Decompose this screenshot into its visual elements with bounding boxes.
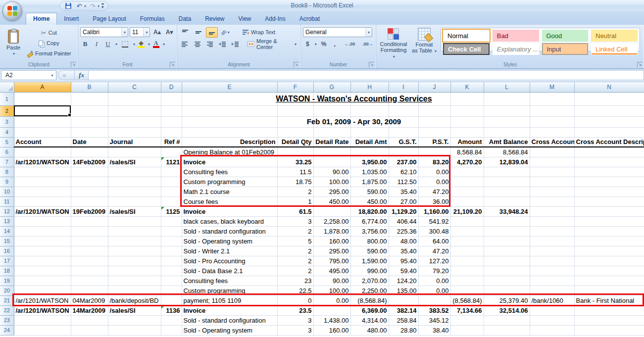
row-header-13[interactable]: 13 — [0, 216, 14, 226]
cell-K2[interactable] — [450, 105, 484, 116]
cell-E22[interactable]: Invoice — [182, 305, 277, 315]
cell-J1[interactable] — [418, 92, 450, 105]
cell-G1[interactable] — [313, 92, 350, 105]
row-header-6[interactable]: 6 — [0, 147, 14, 157]
cell-K6[interactable]: 8,568.84 — [450, 147, 484, 157]
cell-C21[interactable]: /bank/deposit/BD — [108, 295, 161, 305]
cell-style-neutral[interactable]: Neutral — [591, 30, 638, 42]
cell-L8[interactable] — [484, 167, 530, 177]
cell-K14[interactable] — [450, 226, 484, 236]
cell-D7[interactable]: 1121 — [161, 157, 182, 167]
cell-F8[interactable]: 11.5 — [277, 167, 313, 177]
cell-K7[interactable]: 4,270.20 — [450, 157, 484, 167]
cell-C6[interactable] — [108, 147, 161, 157]
cell-style-explanatory-[interactable]: Explanatory ... — [493, 43, 539, 55]
cell-J19[interactable]: 0.00 — [418, 276, 450, 286]
cell-F23[interactable]: 3 — [277, 315, 313, 325]
comma-style-button[interactable]: , — [331, 39, 338, 49]
cell-H17[interactable]: 1,590.00 — [350, 256, 389, 266]
cell-I24[interactable]: 28.80 — [389, 325, 418, 335]
cell-N21[interactable]: Bank - First National — [574, 295, 644, 305]
cell-J20[interactable]: 0.00 — [418, 286, 450, 295]
tab-formulas[interactable]: Formulas — [133, 13, 172, 25]
decrease-indent-button[interactable] — [217, 39, 228, 49]
cell-C18[interactable] — [108, 266, 161, 276]
cell-K20[interactable] — [450, 286, 484, 295]
cell-N2[interactable] — [574, 105, 644, 116]
cell-D10[interactable] — [161, 187, 182, 196]
cell-G20[interactable]: 100.00 — [313, 286, 350, 295]
column-header-D[interactable]: D — [161, 82, 182, 92]
underline-button[interactable]: U — [103, 39, 113, 49]
cell-E23[interactable]: Sold - standard configuration — [182, 315, 277, 325]
cell-E11[interactable]: Course fees — [182, 196, 277, 206]
cell-F9[interactable]: 18.75 — [277, 177, 313, 187]
cell-B8[interactable] — [71, 167, 108, 177]
column-header-N[interactable]: N — [574, 82, 644, 92]
cell-B7[interactable]: 14Feb2009 — [71, 157, 108, 167]
cell-I9[interactable]: 112.50 — [389, 177, 418, 187]
cell-K9[interactable] — [450, 177, 484, 187]
cell-M22[interactable] — [530, 305, 574, 315]
cell-D22[interactable]: 1136 — [161, 305, 182, 315]
cell-E3[interactable] — [182, 116, 277, 127]
cell-B14[interactable] — [71, 226, 108, 236]
row-header-18[interactable]: 18 — [0, 266, 14, 276]
cell-H12[interactable]: 18,820.00 — [350, 206, 389, 216]
cell-M13[interactable] — [530, 216, 574, 226]
cell-J3[interactable] — [418, 116, 450, 127]
cell-K3[interactable] — [450, 116, 484, 127]
cell-F22[interactable]: 23.5 — [277, 305, 313, 315]
row-header-9[interactable]: 9 — [0, 177, 14, 187]
row-header-15[interactable]: 15 — [0, 236, 14, 246]
cell-M19[interactable] — [530, 276, 574, 286]
cell-M5[interactable]: Cross Account — [530, 137, 574, 147]
cell-M17[interactable] — [530, 256, 574, 266]
cell-L15[interactable] — [484, 236, 530, 246]
tab-page-layout[interactable]: Page Layout — [86, 13, 133, 25]
cell-H22[interactable]: 6,369.00 — [350, 305, 389, 315]
cell-E18[interactable]: Sold - Data Base 2.1 — [182, 266, 277, 276]
cell-K23[interactable] — [450, 315, 484, 325]
cell-B22[interactable]: 14Mar2009 — [71, 305, 108, 315]
decrease-decimal-button[interactable]: .00→ — [359, 39, 376, 49]
cell-A3[interactable] — [14, 116, 71, 127]
cell-N20[interactable] — [574, 286, 644, 295]
cell-B23[interactable] — [71, 315, 108, 325]
cell-H3[interactable] — [350, 116, 389, 127]
cell-M12[interactable] — [530, 206, 574, 216]
cell-J24[interactable]: 38.40 — [418, 325, 450, 335]
cell-D16[interactable] — [161, 246, 182, 256]
cell-I16[interactable]: 35.40 — [389, 246, 418, 256]
cell-N1[interactable] — [574, 92, 644, 105]
cell-N16[interactable] — [574, 246, 644, 256]
cell-K22[interactable]: 7,134.66 — [450, 305, 484, 315]
cell-C5[interactable]: Journal — [108, 137, 161, 147]
cell-L16[interactable] — [484, 246, 530, 256]
cell-H19[interactable]: 2,070.00 — [350, 276, 389, 286]
cell-K15[interactable] — [450, 236, 484, 246]
cell-I11[interactable]: 27.00 — [389, 196, 418, 206]
wrap-text-button[interactable]: Wrap Text — [240, 27, 277, 38]
cell-G7[interactable] — [313, 157, 350, 167]
name-box[interactable]: A2 ▾ — [1, 70, 56, 80]
cell-B10[interactable] — [71, 187, 108, 196]
cell-N14[interactable] — [574, 226, 644, 236]
column-header-L[interactable]: L — [484, 82, 530, 92]
cell-C19[interactable] — [108, 276, 161, 286]
paste-button[interactable]: Paste ▾ — [2, 26, 25, 59]
cell-A9[interactable] — [14, 177, 71, 187]
cell-A1[interactable] — [14, 92, 71, 105]
cell-K10[interactable] — [450, 187, 484, 196]
cell-N8[interactable] — [574, 167, 644, 177]
office-button[interactable] — [2, 1, 22, 21]
underline-dropdown-icon[interactable]: ▾ — [115, 42, 117, 47]
cell-K8[interactable] — [450, 167, 484, 177]
bold-button[interactable]: B — [80, 39, 90, 49]
cell-B11[interactable] — [71, 196, 108, 206]
cell-H2[interactable] — [350, 105, 389, 116]
styles-dialog-launcher[interactable]: ↘ — [637, 62, 643, 67]
cell-N23[interactable] — [574, 315, 644, 325]
cell-N17[interactable] — [574, 256, 644, 266]
cell-A23[interactable] — [14, 315, 71, 325]
